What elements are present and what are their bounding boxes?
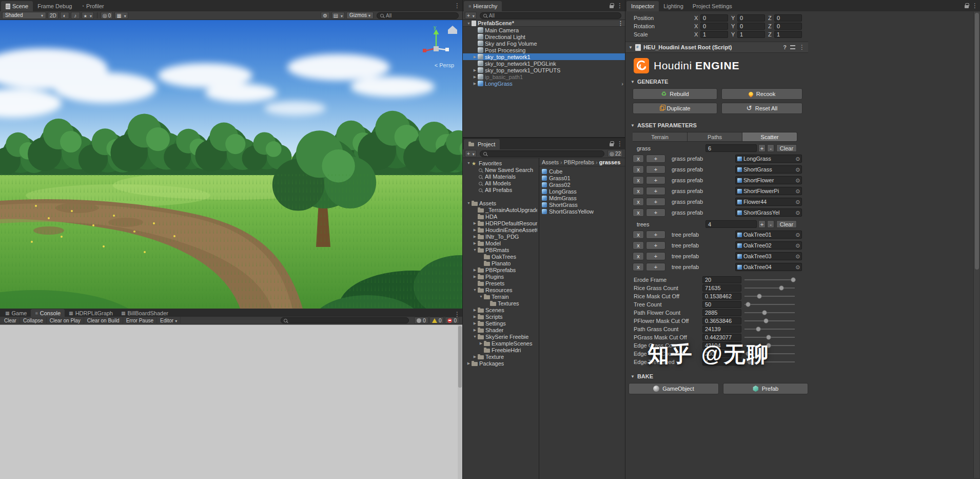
folder-item[interactable]: ▶ Texture (463, 353, 539, 360)
list-count-field[interactable]: 6 (705, 144, 757, 152)
folder-item[interactable]: Presets (463, 280, 539, 286)
folder-item[interactable]: All Prefabs (463, 186, 539, 193)
console-scrollbar[interactable] (458, 325, 462, 479)
hierarchy-item[interactable]: ▶ ip_basic_path1 (463, 73, 625, 80)
generate-button[interactable]: Recook (721, 88, 802, 100)
folder-item[interactable]: ▼ PBRmats (463, 246, 539, 253)
console-search-input[interactable] (281, 317, 409, 323)
folder-item[interactable]: ▼ SkySerie Freebie (463, 333, 539, 340)
clear-button[interactable]: Clear (776, 144, 797, 152)
bake-button[interactable]: Prefab (723, 383, 808, 394)
slider-knob[interactable] (756, 327, 761, 332)
x-value-field[interactable]: 0 (700, 14, 728, 22)
insert-row-button[interactable]: + (646, 198, 665, 206)
parameter-slider[interactable] (744, 325, 795, 333)
shading-mode-dropdown[interactable]: Shaded (2, 12, 46, 19)
info-count-toggle[interactable]: 0 (414, 317, 428, 324)
parameter-value-field[interactable]: 2885 (702, 309, 741, 316)
foldout-arrow-icon[interactable]: ▶ (472, 68, 478, 72)
file-item[interactable]: ShortGrassYellow (539, 208, 625, 215)
object-field[interactable]: ShortFlower (735, 176, 802, 184)
object-field[interactable]: LongGrass (735, 155, 802, 163)
parameter-slider[interactable] (744, 301, 795, 308)
object-picker-icon[interactable] (796, 232, 800, 238)
z-value-field[interactable]: 0 (774, 23, 802, 30)
file-item[interactable]: Grass01 (539, 175, 625, 181)
foldout-arrow-icon[interactable]: ▶ (472, 55, 478, 59)
item-trailing-icon[interactable]: › (619, 81, 623, 87)
foldout-arrow-icon[interactable]: ▼ (629, 45, 633, 50)
folder-item[interactable]: ▶ Scripts (463, 313, 539, 320)
object-picker-icon[interactable] (796, 253, 800, 259)
object-field[interactable]: OakTree03 (735, 252, 802, 260)
editor-dropdown[interactable]: Editor (157, 317, 181, 324)
delete-row-button[interactable]: x (633, 165, 644, 174)
folder-item[interactable]: All Models (463, 180, 539, 186)
object-field[interactable]: ShortGrassYel (735, 208, 802, 217)
delete-row-button[interactable]: x (633, 208, 644, 217)
slider-knob[interactable] (791, 277, 796, 282)
folder-item[interactable]: ▶ PBRprefabs (463, 266, 539, 273)
object-picker-icon[interactable] (796, 166, 800, 173)
delete-row-button[interactable]: x (633, 198, 644, 206)
remove-element-button[interactable]: - (767, 220, 774, 228)
window-tab[interactable]: Inspector (626, 1, 659, 11)
insert-row-button[interactable]: + (646, 165, 665, 174)
scrollbar-thumb[interactable] (458, 326, 462, 388)
folder-item[interactable]: ▶ INtr_To_PDG (463, 233, 539, 240)
folder-item[interactable]: All Materials (463, 173, 539, 180)
tab-hierarchy[interactable]: ≡ Hierarchy (464, 1, 502, 11)
folder-item[interactable]: ▶ Packages (463, 360, 539, 367)
foldout-arrow-icon[interactable]: ▶ (472, 355, 478, 359)
foldout-arrow-icon[interactable]: ▶ (472, 82, 478, 86)
x-value-field[interactable]: 1 (700, 31, 728, 38)
console-button[interactable]: Clear on Build (84, 317, 123, 324)
window-menu-icon[interactable] (454, 2, 460, 9)
insert-row-button[interactable]: + (646, 208, 665, 217)
scene-effects-dropdown[interactable] (82, 12, 94, 19)
bake-button[interactable]: GameObject (629, 383, 719, 394)
console-button[interactable]: Error Pause (123, 317, 157, 324)
object-field[interactable]: ShortFlowerPi (735, 187, 802, 195)
parameter-value-field[interactable]: 24139 (702, 325, 741, 333)
parameter-slider[interactable] (744, 284, 795, 292)
create-asset-dropdown[interactable]: + (465, 150, 477, 157)
hierarchy-item[interactable]: ▶ sky_top_network1 (463, 53, 625, 60)
window-tab[interactable]: Scene (1, 1, 33, 11)
folder-item[interactable]: Textures (463, 300, 539, 306)
object-field[interactable]: ShortGrass (735, 165, 802, 174)
foldout-arrow-icon[interactable]: ▶ (472, 328, 478, 332)
object-picker-icon[interactable] (796, 209, 800, 216)
parameter-tab[interactable]: Terrain (633, 132, 688, 142)
create-object-dropdown[interactable]: + (465, 12, 477, 19)
delete-row-button[interactable]: x (633, 241, 644, 250)
console-button[interactable]: Clear (1, 317, 20, 324)
slider-knob[interactable] (766, 335, 771, 340)
slider-knob[interactable] (779, 285, 784, 291)
panel-menu-icon[interactable] (617, 140, 623, 147)
list-count-field[interactable]: 4 (705, 220, 757, 228)
window-tab[interactable]: BillBoardShader (117, 309, 172, 317)
foldout-arrow-icon[interactable]: ▶ (472, 75, 478, 79)
folder-item[interactable]: Planato (463, 260, 539, 266)
console-button[interactable]: Collapse (20, 317, 47, 324)
object-field[interactable]: OakTree02 (735, 241, 802, 250)
folder-item[interactable]: OakTrees (463, 253, 539, 260)
foldout-arrow-icon[interactable]: ▶ (472, 275, 478, 279)
insert-row-button[interactable]: + (646, 231, 665, 239)
delete-row-button[interactable]: x (633, 155, 644, 163)
folder-item[interactable]: HDA (463, 213, 539, 220)
scene-lighting-toggle[interactable] (60, 12, 69, 19)
scene-search-input[interactable]: All (377, 12, 459, 19)
foldout-arrow-icon[interactable]: ▶ (472, 308, 478, 312)
parameter-tab[interactable]: Paths (688, 132, 742, 142)
folder-item[interactable]: FreebieHdri (463, 347, 539, 353)
tab-project[interactable]: Project (464, 139, 500, 149)
parameter-slider[interactable] (744, 276, 795, 283)
scene-viewport[interactable]: y < Persp (0, 20, 462, 309)
inspector-scrollbar[interactable] (973, 12, 979, 478)
foldout-arrow-icon[interactable]: ▶ (472, 228, 478, 232)
foldout-arrow-icon[interactable]: ▶ (472, 241, 478, 245)
foldout-arrow-icon[interactable]: ▼ (466, 161, 472, 165)
folder-item[interactable]: ▶ Scenes (463, 306, 539, 313)
